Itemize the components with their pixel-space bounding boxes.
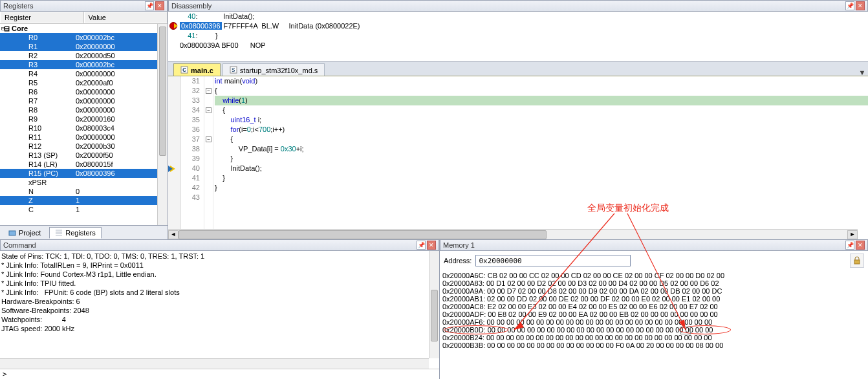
tab-dropdown-icon[interactable]: ▼ [856,69,868,76]
command-hscrollbar[interactable] [0,358,429,369]
memory-row[interactable]: 0x20000A9A: 00 00 D7 02 00 00 D8 02 00 0… [442,287,865,295]
disassembly-line[interactable]: 0x0800039A BF00 NOP [168,41,868,50]
tab-registers[interactable]: Registers [49,227,101,239]
memory-row[interactable]: 0x20000AF6: 00 00 00 00 00 00 00 00 00 0… [442,318,865,326]
code-line[interactable] [215,193,868,202]
tab-startup-s[interactable]: s startup_stm32f10x_md.s [222,63,325,77]
disassembly-body[interactable]: 40: InitData();0x08000396 F7FFFF4A BL.W … [168,12,868,62]
close-icon[interactable]: ✕ [856,241,865,250]
asm-file-icon: s [230,66,237,75]
registers-title: Registers [3,2,145,10]
command-prompt: > [0,370,10,378]
register-row[interactable]: R13 (SP)0x20000f50 [0,151,168,160]
svg-text:c: c [182,66,186,73]
col-register[interactable]: Register [0,12,84,23]
registers-table-header: Register Value [0,12,168,24]
svg-rect-1 [56,230,62,232]
pin-icon[interactable]: 📌 [845,241,854,250]
disassembly-line[interactable]: 41: } [168,31,868,41]
memory-row[interactable]: 0x20000B3B: 00 00 00 00 00 00 00 00 00 0… [442,341,865,349]
pin-icon[interactable]: 📌 [845,1,854,10]
registers-body[interactable]: ⊟ Core R00x000002bcR10x20000000R20x20000… [0,24,168,225]
register-row[interactable]: Z1 [0,196,168,205]
fold-toggle-icon[interactable]: − [206,107,212,113]
command-input[interactable] [10,370,439,379]
command-output[interactable]: State of Pins: TCK: 1, TDI: 0, TDO: 0, T… [0,251,439,369]
register-row[interactable]: R30x000002bc [0,60,168,69]
registers-scrollbar[interactable] [157,24,168,225]
code-line[interactable]: { [215,86,868,96]
code-line[interactable]: VP_Data[i] = 0x30+i; [215,144,868,154]
register-row[interactable]: R90x20000160 [0,114,168,124]
code-line[interactable]: } [215,154,868,164]
svg-rect-0 [9,231,16,235]
close-icon[interactable]: ✕ [155,1,164,10]
register-row[interactable]: R80x00000000 [0,105,168,114]
register-row[interactable]: N0 [0,187,168,196]
code-line[interactable]: { [215,135,868,144]
editor-hscrollbar[interactable]: ◄ ► [168,229,858,239]
tab-project[interactable]: Project [3,227,47,239]
svg-rect-3 [56,235,62,236]
svg-rect-8 [854,260,860,264]
code-line[interactable]: } [215,183,868,193]
registers-panel-header: Registers 📌 ✕ [0,0,168,12]
register-row[interactable]: R00x000002bc [0,33,168,42]
register-row[interactable]: R120x20000b30 [0,142,168,151]
code-line[interactable]: InitData(); [215,164,868,173]
command-title: Command [3,241,417,249]
register-row[interactable]: R40x00000000 [0,69,168,78]
code-line[interactable]: uint16_t i; [215,115,868,125]
address-input[interactable] [475,255,631,266]
pin-icon[interactable]: 📌 [145,1,154,10]
register-row[interactable]: R10x20000000 [0,42,168,51]
memory-panel-header: Memory 1 📌 ✕ [440,239,868,251]
command-panel-header: Command 📌 ✕ [0,239,439,251]
scroll-right-icon[interactable]: ► [847,230,858,239]
register-row[interactable]: R50x20000af0 [0,78,168,87]
disassembly-line[interactable]: 40: InitData(); [168,12,868,21]
lock-icon[interactable] [850,254,864,268]
code-editor[interactable]: 31323334353637383940414243 −−− int main(… [168,76,868,239]
command-vscrollbar[interactable] [429,251,439,358]
code-line[interactable]: } [215,173,868,183]
memory-dump[interactable]: 0x20000A6C: CB 02 00 00 CC 02 00 00 CD 0… [440,270,868,379]
memory-row[interactable]: 0x20000AC8: E2 02 00 00 E3 02 00 00 E4 0… [442,303,865,310]
disassembly-line[interactable]: 0x08000396 F7FFFF4A BL.W InitData (0x080… [168,21,868,31]
close-icon[interactable]: ✕ [427,241,436,250]
scroll-left-icon[interactable]: ◄ [168,230,179,239]
address-label: Address: [444,257,472,265]
annotation-text: 全局变量初始化完成 [587,202,669,214]
register-row[interactable]: R100x080003c4 [0,124,168,133]
register-row[interactable]: R20x20000d50 [0,51,168,60]
register-row[interactable]: R70x00000000 [0,96,168,105]
register-row[interactable]: R15 (PC)0x08000396 [0,169,168,178]
memory-row[interactable]: 0x20000B24: 00 00 00 00 00 00 00 00 00 0… [442,334,865,341]
tree-node-core[interactable]: ⊟ Core [0,24,168,33]
code-line[interactable]: for(i=0;i<700;i++) [215,125,868,135]
register-row[interactable]: xPSR [0,178,168,187]
pin-icon[interactable]: 📌 [417,241,426,250]
memory-row[interactable]: 0x20000AB1: 02 00 00 DD 02 00 00 DE 02 0… [442,295,865,303]
breakpoint-marker-icon [169,22,177,30]
code-line[interactable]: { [215,105,868,115]
code-line[interactable]: int main(void) [215,76,868,86]
memory-row[interactable]: 0x20000ADF: 00 E8 02 00 00 E9 02 00 00 E… [442,310,865,318]
close-icon[interactable]: ✕ [856,1,865,10]
svg-text:s: s [232,66,235,73]
memory-row[interactable]: 0x20000B0D: 00 00 00 00 00 00 00 00 00 0… [442,326,865,334]
register-row[interactable]: C1 [0,205,168,214]
execution-marker-icon [168,166,173,172]
code-line[interactable]: while(1) [215,96,868,105]
tab-main-c[interactable]: c main.c [173,63,221,77]
registers-icon [55,229,63,237]
register-row[interactable]: R60x00000000 [0,87,168,96]
register-row[interactable]: R110x00000000 [0,133,168,142]
fold-toggle-icon[interactable]: − [206,88,212,94]
fold-toggle-icon[interactable]: − [206,136,212,142]
memory-row[interactable]: 0x20000A6C: CB 02 00 00 CC 02 00 00 CD 0… [442,272,865,279]
col-value[interactable]: Value [84,12,168,23]
memory-row[interactable]: 0x20000A83: 00 D1 02 00 00 D2 02 00 00 D… [442,279,865,287]
register-row[interactable]: R14 (LR)0x0800015f [0,160,168,169]
c-file-icon: c [180,66,188,75]
